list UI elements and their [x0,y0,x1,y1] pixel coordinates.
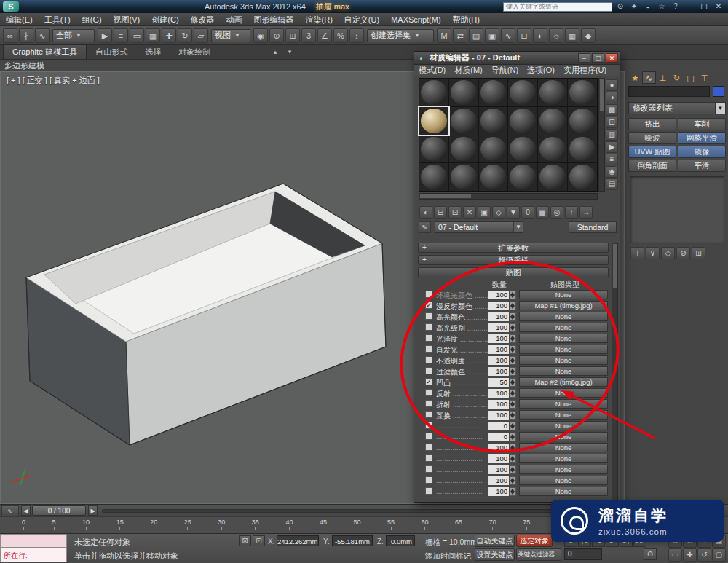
time-slider-left-arrow[interactable]: ◀ [21,505,31,516]
map-amount-field[interactable]: 100 [488,291,509,299]
selection-lock-toggle-icon[interactable]: ⊠ [239,535,251,546]
material-sample-slot[interactable] [419,107,448,135]
material-editor-menu-item[interactable]: 选项(O) [523,65,559,76]
modifier-button[interactable]: UVW 贴图 [628,146,676,158]
ribbon-tab[interactable]: 选择 [136,45,170,59]
modifier-button[interactable]: 平滑 [678,160,726,172]
material-editor-menu-item[interactable]: 导航(N) [487,65,523,76]
amount-spinner[interactable] [510,356,516,365]
map-amount-field[interactable]: 100 [488,465,509,474]
backlight-icon[interactable]: ◑ [606,92,618,103]
map-type-button[interactable]: None [519,454,608,463]
z-coordinate-field[interactable]: 0.0mm [386,535,415,546]
map-checkbox[interactable]: ✓ [425,367,432,374]
maxscript-macro-recorder[interactable] [0,534,67,548]
material-sample-slot[interactable] [449,79,478,106]
map-type-button[interactable]: None [519,487,608,496]
material-editor-scrollbar[interactable] [612,243,618,500]
select-and-rotate-icon[interactable]: ↻ [178,28,192,43]
map-checkbox[interactable]: ✓ [425,476,432,484]
material-map-navigator-icon[interactable]: ▤ [606,178,618,190]
ribbon-tab[interactable]: Graphite 建模工具 [3,44,87,59]
put-material-to-scene-icon[interactable]: ⊟ [434,206,447,219]
map-checkbox[interactable]: ✓ [425,345,432,353]
make-preview-icon[interactable]: ▶ [606,141,618,153]
menu-item[interactable]: 渲染(R) [300,13,339,26]
pin-stack-icon[interactable]: ⊺ [630,247,644,259]
material-name-dropdown[interactable]: 07 - Default ▼ [435,221,523,233]
amount-spinner[interactable] [510,444,516,452]
go-forward-to-sibling-icon[interactable]: → [579,206,593,219]
map-amount-field[interactable]: 100 [488,312,509,321]
hierarchy-tab-icon[interactable]: ⊥ [656,71,670,84]
material-sample-slot[interactable] [419,163,448,191]
rectangular-selection-region-icon[interactable]: ▭ [130,28,144,43]
amount-spinner[interactable] [510,454,516,463]
amount-spinner[interactable] [510,465,516,474]
material-sample-slot[interactable] [568,163,597,191]
angle-snap-icon[interactable]: ∠ [317,28,332,43]
mini-curve-editor-button[interactable]: ∿ [1,505,19,516]
infocenter-search-input[interactable] [503,2,612,12]
map-amount-field[interactable]: 100 [488,356,509,365]
reference-coordinate-dropdown[interactable]: 视图▼ [211,29,250,42]
menu-item[interactable]: 修改器 [185,13,221,26]
amount-spinner[interactable] [510,422,516,430]
material-sample-slot[interactable] [568,107,597,135]
subscription-center-icon[interactable]: ✦ [628,1,640,12]
close-window-icon[interactable]: ✕ [712,1,725,12]
amount-spinner[interactable] [510,476,516,485]
ribbon-minimize-icon[interactable]: ▴ [269,47,281,57]
3dsmax-logo-icon[interactable]: S [3,1,19,12]
material-editor-menu-item[interactable]: 材质(M) [450,65,487,76]
material-editor-icon[interactable]: ◐ [533,28,547,43]
selected-objects-key-dropdown[interactable]: 选定对象 [516,535,553,547]
make-unique-icon[interactable]: ◇ [492,206,505,219]
current-frame-field[interactable]: 0 [564,548,602,560]
maximize-viewport-toggle-icon[interactable]: ▢ [712,548,726,562]
map-type-button[interactable]: None [519,443,608,452]
map-type-button[interactable]: None [519,345,608,354]
material-sample-slot[interactable] [449,135,478,163]
use-pivot-point-center-icon[interactable]: ◉ [253,28,268,43]
menu-item[interactable]: 创建(C) [146,13,184,26]
object-color-swatch[interactable] [713,86,724,97]
map-type-button[interactable]: None [519,421,608,430]
map-type-button[interactable]: None [519,476,608,485]
map-type-button[interactable]: None [519,465,608,474]
material-sample-slot[interactable] [479,135,508,163]
material-sample-slot[interactable] [508,163,537,191]
mirror-icon[interactable]: M [437,28,451,43]
map-amount-field[interactable]: 100 [488,323,509,332]
map-type-button[interactable]: None [519,388,608,398]
map-checkbox[interactable]: ✓ [425,422,432,429]
menu-item[interactable]: 编辑(E) [0,13,39,26]
unlink-selection-icon[interactable]: ∤ [19,28,33,43]
material-sample-slot[interactable] [479,107,508,135]
ribbon-options-icon[interactable]: ▾ [284,47,296,57]
map-checkbox[interactable]: ✓ [425,302,432,309]
map-checkbox[interactable]: ✓ [425,312,432,320]
sample-uv-tiling-icon[interactable]: ⊞ [606,117,618,128]
maximize-window-icon[interactable]: ▢ [697,1,711,12]
render-production-icon[interactable]: ◆ [581,28,596,43]
select-and-manipulate-icon[interactable]: ⊕ [269,28,284,43]
communication-center-icon[interactable]: ◒ [642,1,654,12]
show-end-result-stack-icon[interactable]: ∨ [646,247,660,259]
reset-map-icon[interactable]: ✕ [463,206,476,219]
create-tab-icon[interactable]: ★ [628,71,642,84]
modifier-button[interactable]: 噪波 [628,132,676,144]
rollout-extended-parameters[interactable]: + 扩展参数 [418,243,609,253]
map-amount-field[interactable]: 100 [488,345,509,354]
selection-filter-dropdown[interactable]: 全部▼ [52,29,95,42]
map-type-button[interactable]: None [519,334,608,343]
favorites-icon[interactable]: ☆ [656,1,668,12]
material-sample-slot[interactable] [568,79,597,106]
search-icon[interactable]: ⊙ [614,1,626,12]
amount-spinner[interactable] [510,334,516,343]
bind-to-space-warp-icon[interactable]: ∿ [35,28,50,43]
map-checkbox[interactable]: ✓ [425,400,432,407]
menu-item[interactable]: 工具(T) [39,13,76,26]
material-sample-slot[interactable] [538,163,567,191]
minimize-icon[interactable]: – [578,53,590,63]
